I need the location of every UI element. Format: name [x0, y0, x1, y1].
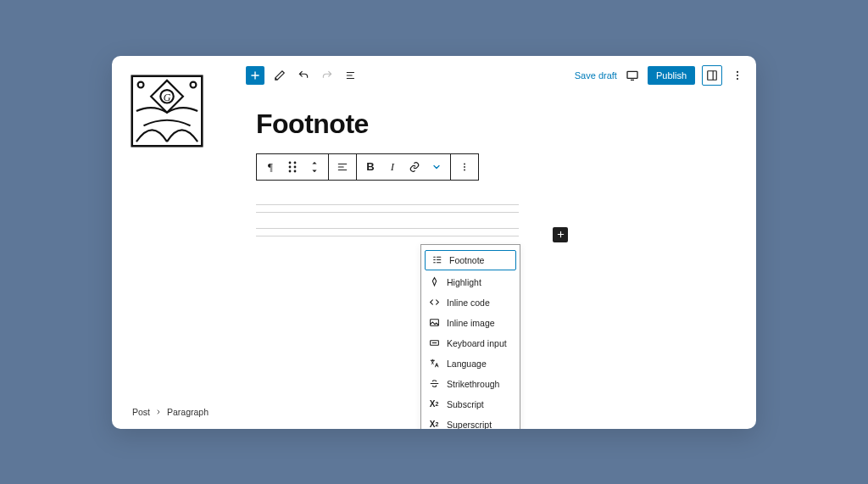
dropdown-item-strikethrough[interactable]: Strikethrough — [421, 374, 520, 394]
top-toolbar: Save draft Publish — [112, 56, 756, 93]
save-draft-button[interactable]: Save draft — [575, 70, 617, 81]
svg-point-16 — [294, 170, 297, 172]
language-icon — [428, 358, 440, 370]
dropdown-item-label: Subscript — [447, 399, 484, 409]
add-block-inline-button[interactable] — [553, 227, 568, 242]
svg-point-17 — [464, 163, 465, 164]
svg-point-15 — [289, 170, 292, 172]
chevron-right-icon — [155, 409, 162, 415]
svg-point-8 — [737, 70, 738, 72]
dropdown-item-footnote[interactable]: Footnote — [425, 250, 516, 270]
svg-point-14 — [294, 165, 297, 168]
dropdown-item-label: Keyboard input — [447, 338, 507, 348]
move-block-icon[interactable] — [306, 159, 323, 175]
link-button[interactable] — [406, 159, 423, 175]
highlight-icon — [428, 276, 440, 288]
drag-handle-icon[interactable] — [284, 159, 301, 175]
dropdown-item-label: Language — [447, 359, 487, 369]
block-options-button[interactable] — [456, 159, 473, 175]
subscript-icon: X2 — [428, 398, 440, 410]
dropdown-item-label: Footnote — [449, 255, 484, 265]
bold-button[interactable]: B — [362, 159, 379, 175]
dropdown-item-label: Superscript — [447, 420, 492, 429]
dropdown-item-inline-code[interactable]: Inline code — [421, 292, 520, 313]
svg-point-19 — [464, 169, 465, 170]
redo-button[interactable] — [319, 67, 336, 84]
align-button[interactable] — [334, 159, 351, 175]
editor-window: G Save draft Publish — [112, 56, 756, 429]
svg-text:G: G — [164, 91, 171, 103]
dropdown-item-label: Strikethrough — [447, 379, 499, 389]
dropdown-item-inline-image[interactable]: Inline image — [421, 313, 520, 333]
rich-text-dropdown: Footnote Highlight Inline code Inline im… — [420, 244, 520, 429]
page-title[interactable]: Footnote — [256, 108, 714, 140]
dropdown-item-highlight[interactable]: Highlight — [421, 272, 520, 292]
breadcrumb-current[interactable]: Paragraph — [167, 407, 209, 417]
svg-point-12 — [294, 161, 297, 164]
superscript-icon: X2 — [428, 419, 440, 429]
dropdown-item-label: Highlight — [447, 277, 481, 287]
strikethrough-icon — [428, 378, 440, 390]
dropdown-item-label: Inline image — [447, 318, 495, 328]
paragraph-placeholder[interactable] — [256, 204, 519, 236]
more-rich-text-button[interactable] — [428, 159, 445, 175]
editor-content: Footnote ¶ B I — [256, 108, 714, 243]
dropdown-item-keyboard-input[interactable]: Keyboard input — [421, 333, 520, 353]
dropdown-item-language[interactable]: Language — [421, 353, 520, 374]
block-toolbar: ¶ B I — [256, 153, 479, 181]
svg-point-10 — [737, 78, 738, 80]
svg-rect-5 — [627, 71, 637, 78]
options-menu-button[interactable] — [729, 67, 746, 84]
breadcrumb: Post Paragraph — [132, 407, 209, 417]
svg-point-11 — [289, 161, 292, 164]
edit-mode-icon[interactable] — [271, 67, 288, 84]
svg-point-18 — [464, 166, 465, 168]
dropdown-item-label: Inline code — [447, 298, 490, 308]
italic-button[interactable]: I — [384, 159, 401, 175]
undo-button[interactable] — [295, 67, 312, 84]
image-icon — [428, 317, 440, 329]
svg-point-9 — [737, 74, 738, 75]
settings-panel-toggle[interactable] — [702, 65, 722, 86]
document-overview-button[interactable] — [342, 67, 359, 84]
dropdown-item-subscript[interactable]: X2 Subscript — [421, 394, 520, 414]
svg-rect-6 — [708, 70, 717, 80]
keyboard-icon — [428, 337, 440, 349]
footnote-icon — [431, 254, 442, 266]
dropdown-item-superscript[interactable]: X2 Superscript — [421, 414, 520, 429]
svg-point-13 — [289, 165, 292, 168]
preview-button[interactable] — [624, 67, 641, 84]
publish-button[interactable]: Publish — [648, 66, 695, 85]
code-icon — [428, 297, 440, 309]
breadcrumb-root[interactable]: Post — [132, 407, 150, 417]
paragraph-block-icon[interactable]: ¶ — [262, 159, 279, 175]
add-block-button[interactable] — [246, 66, 264, 85]
